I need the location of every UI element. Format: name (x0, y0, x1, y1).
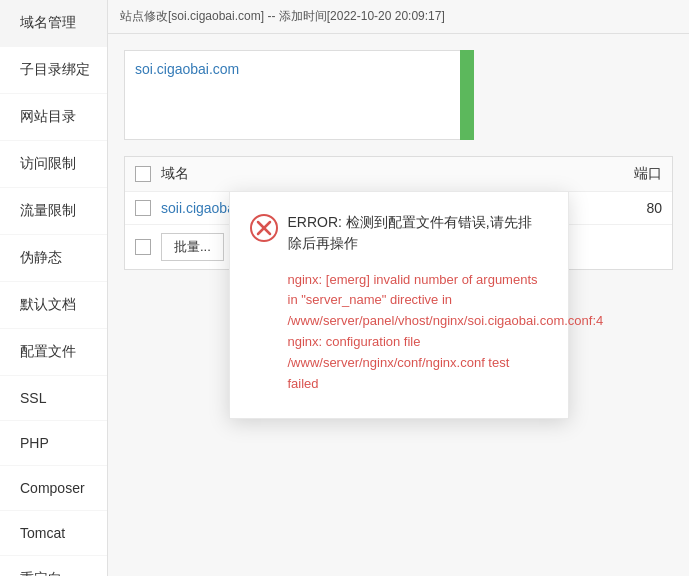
sidebar-item-redirect[interactable]: 重定向 (0, 556, 107, 576)
domain-input-value: soi.cigaobai.com (135, 61, 239, 77)
sidebar-item-ssl[interactable]: SSL (0, 376, 107, 421)
sidebar-item-website-dir[interactable]: 网站目录 (0, 94, 107, 141)
row-checkbox[interactable] (135, 200, 151, 216)
row-port: 80 (602, 200, 662, 216)
sidebar: 域名管理 子目录绑定 网站目录 访问限制 流量限制 伪静态 默认文档 配置文件 … (0, 0, 108, 576)
content-area: soi.cigaobai.com 域名 端口 soii.cigaobai.com… (108, 34, 689, 576)
error-dialog: ERROR: 检测到配置文件有错误,请先排除后再操作 nginx: [emerg… (229, 191, 569, 420)
error-detail: nginx: [emerg] invalid number of argumen… (288, 270, 544, 395)
main-content: 站点修改[soi.cigaobai.com] -- 添加时间[2022-10-2… (108, 0, 689, 576)
header-checkbox[interactable] (135, 166, 151, 182)
sidebar-item-composer[interactable]: Composer (0, 466, 107, 511)
sidebar-item-tomcat[interactable]: Tomcat (0, 511, 107, 556)
top-bar-text: 站点修改[soi.cigaobai.com] -- 添加时间[2022-10-2… (120, 9, 445, 23)
error-circle-icon (250, 214, 278, 242)
sidebar-item-config-file[interactable]: 配置文件 (0, 329, 107, 376)
top-bar: 站点修改[soi.cigaobai.com] -- 添加时间[2022-10-2… (108, 0, 689, 34)
sidebar-item-default-doc[interactable]: 默认文档 (0, 282, 107, 329)
header-port-label: 端口 (602, 165, 662, 183)
table-header-row: 域名 端口 (125, 157, 672, 192)
sidebar-item-php[interactable]: PHP (0, 421, 107, 466)
error-dialog-header: ERROR: 检测到配置文件有错误,请先排除后再操作 (250, 212, 544, 254)
batch-button[interactable]: 批量... (161, 233, 224, 261)
sidebar-item-traffic-limit[interactable]: 流量限制 (0, 188, 107, 235)
header-domain-label: 域名 (161, 165, 602, 183)
error-title: ERROR: 检测到配置文件有错误,请先排除后再操作 (288, 212, 544, 254)
batch-checkbox[interactable] (135, 239, 151, 255)
sidebar-item-access-limit[interactable]: 访问限制 (0, 141, 107, 188)
sidebar-item-subdir[interactable]: 子目录绑定 (0, 47, 107, 94)
green-side-button[interactable] (460, 50, 474, 140)
domain-input-area: soi.cigaobai.com (124, 50, 464, 140)
sidebar-item-pseudo-static[interactable]: 伪静态 (0, 235, 107, 282)
sidebar-item-domain-mgmt[interactable]: 域名管理 (0, 0, 107, 47)
